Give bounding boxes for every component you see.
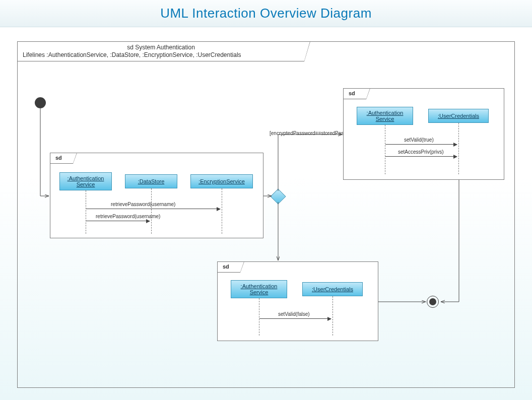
frame-header: sd System Authentication Lifelines :Auth…: [17, 41, 304, 61]
interaction-overview-frame: sd System Authentication Lifelines :Auth…: [17, 41, 515, 388]
message-arrow: [385, 144, 457, 145]
sd-tab: sd: [343, 88, 366, 99]
final-node: [427, 296, 439, 308]
lifeline-dash: [332, 296, 333, 336]
lifeline-authentication-service: :Authentication Service: [59, 172, 112, 190]
message-label: setValid(true): [404, 137, 434, 143]
sd-tab: sd: [217, 261, 240, 273]
message-label: retrievePassword(username): [96, 214, 160, 219]
lifeline-dash: [222, 188, 222, 234]
diagram-canvas: sd System Authentication Lifelines :Auth…: [0, 27, 532, 400]
decision-node: [270, 188, 286, 204]
lifeline-dash: [458, 123, 459, 174]
lifeline-user-credentials: :UserCredentials: [428, 109, 489, 123]
frame-header-title: sd System Authentication: [23, 44, 299, 51]
lifeline-user-credentials: :UserCredentials: [302, 282, 363, 296]
lifeline-encryption-service: :EncryptionService: [190, 174, 253, 188]
lifeline-authentication-service: :Authentication Service: [231, 280, 287, 298]
lifeline-datastore: :DataStore: [125, 174, 177, 188]
message-label: setAccessPriv(privs): [398, 149, 444, 155]
message-arrow: [259, 318, 331, 319]
sd-frame-set-valid-false: sd :Authentication Service :UserCredenti…: [217, 261, 378, 341]
lifeline-dash: [385, 125, 385, 174]
message-label: retrievePassword(username): [111, 202, 175, 207]
lifeline-dash: [259, 298, 259, 336]
lifeline-authentication-service: :Authentication Service: [357, 107, 413, 125]
title-bar: UML Interaction Overview Diagram: [0, 0, 532, 27]
message-label: setValid(false): [278, 311, 310, 317]
lifeline-dash: [86, 190, 86, 234]
sd-frame-retrieve-password: sd :Authentication Service :DataStore :E…: [50, 153, 263, 238]
page-title: UML Interaction Overview Diagram: [160, 6, 372, 21]
sd-tab: sd: [50, 153, 73, 164]
lifeline-dash: [151, 188, 152, 234]
message-arrow: [385, 156, 457, 157]
message-arrow: [86, 221, 150, 221]
frame-header-lifelines: Lifelines :AuthenticationService, :DataS…: [23, 51, 299, 59]
message-arrow: [86, 209, 220, 209]
initial-node: [35, 97, 46, 108]
sd-frame-set-valid-true: sd :Authentication Service :UserCredenti…: [343, 88, 504, 180]
